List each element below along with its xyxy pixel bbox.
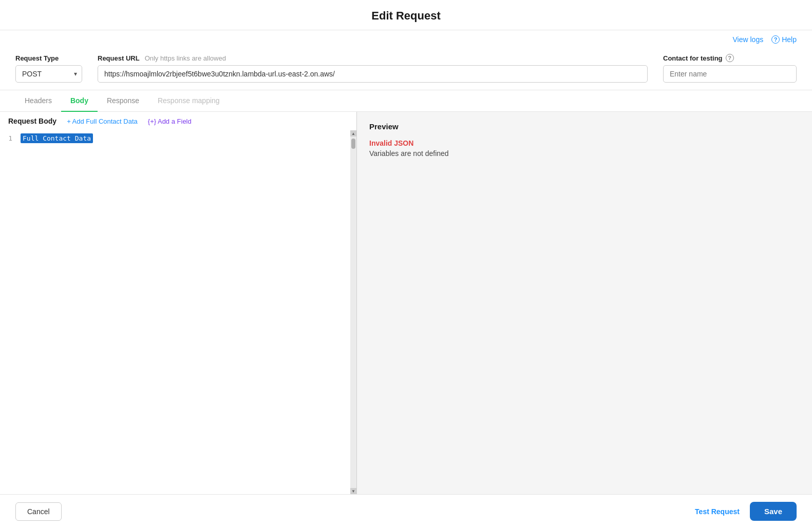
scroll-up-arrow[interactable]: ▲ bbox=[350, 130, 356, 136]
cancel-button[interactable]: Cancel bbox=[15, 502, 62, 521]
preview-error-label: Invalid JSON bbox=[369, 139, 800, 147]
view-logs-link[interactable]: View logs bbox=[733, 35, 764, 44]
page-title: Edit Request bbox=[0, 0, 812, 30]
contact-input[interactable] bbox=[663, 65, 797, 83]
editor-panel: Request Body + Add Full Contact Data {+}… bbox=[0, 112, 357, 494]
top-actions-bar: View logs ? Help bbox=[0, 30, 812, 49]
editor-scroll-area: 1 Full Contact Data ▲ bbox=[0, 130, 356, 494]
tab-headers[interactable]: Headers bbox=[15, 90, 61, 112]
add-field-button[interactable]: {+} Add a Field bbox=[148, 118, 192, 125]
help-link[interactable]: ? Help bbox=[771, 35, 797, 44]
tab-response[interactable]: Response bbox=[98, 90, 148, 112]
save-button[interactable]: Save bbox=[750, 502, 797, 521]
scroll-down-arrow[interactable]: ▼ bbox=[350, 488, 356, 494]
footer-right: Test Request Save bbox=[695, 502, 797, 521]
preview-error-subtext: Variables are not defined bbox=[369, 149, 800, 158]
main-area: Request Body + Add Full Contact Data {+}… bbox=[0, 112, 812, 494]
editor-content: 1 Full Contact Data bbox=[0, 130, 350, 494]
test-request-button[interactable]: Test Request bbox=[695, 507, 740, 516]
preview-panel: Preview Invalid JSON Variables are not d… bbox=[357, 112, 812, 494]
request-type-select[interactable]: POST GET PUT DELETE bbox=[15, 65, 82, 83]
editor-body[interactable]: 1 Full Contact Data bbox=[0, 130, 350, 494]
tabs-row: Headers Body Response Response mapping bbox=[0, 90, 812, 112]
request-type-label: Request Type bbox=[15, 54, 82, 62]
editor-toolbar: Request Body + Add Full Contact Data {+}… bbox=[0, 112, 356, 130]
v-scrollbar-thumb[interactable] bbox=[351, 139, 355, 149]
request-url-input[interactable] bbox=[98, 65, 648, 83]
editor-title: Request Body bbox=[8, 117, 56, 125]
request-url-label: Request URL Only https links are allowed bbox=[98, 54, 648, 62]
tab-body[interactable]: Body bbox=[61, 90, 98, 112]
code-area[interactable]: Full Contact Data bbox=[16, 130, 350, 494]
request-type-group: Request Type POST GET PUT DELETE ▾ bbox=[15, 54, 82, 83]
line-number-1: 1 bbox=[0, 134, 12, 142]
contact-for-testing-group: Contact for testing ? bbox=[663, 54, 797, 83]
form-section: Request Type POST GET PUT DELETE ▾ Reque… bbox=[0, 49, 812, 90]
help-circle-icon: ? bbox=[771, 35, 780, 44]
footer: Cancel Test Request Save bbox=[0, 494, 812, 528]
help-label: Help bbox=[782, 35, 797, 44]
v-scrollbar[interactable]: ▲ ▼ bbox=[350, 130, 356, 494]
scroll-track[interactable] bbox=[350, 136, 356, 488]
tab-response-mapping: Response mapping bbox=[148, 90, 229, 112]
request-url-hint: Only https links are allowed bbox=[145, 54, 226, 62]
request-type-select-wrapper: POST GET PUT DELETE ▾ bbox=[15, 65, 82, 83]
request-url-group: Request URL Only https links are allowed bbox=[98, 54, 648, 83]
contact-help-icon: ? bbox=[726, 54, 734, 62]
line-numbers: 1 bbox=[0, 130, 16, 494]
add-full-contact-data-button[interactable]: + Add Full Contact Data bbox=[67, 118, 138, 125]
selected-code-text: Full Contact Data bbox=[21, 133, 93, 143]
contact-for-testing-label: Contact for testing ? bbox=[663, 54, 797, 62]
preview-title: Preview bbox=[369, 122, 800, 131]
